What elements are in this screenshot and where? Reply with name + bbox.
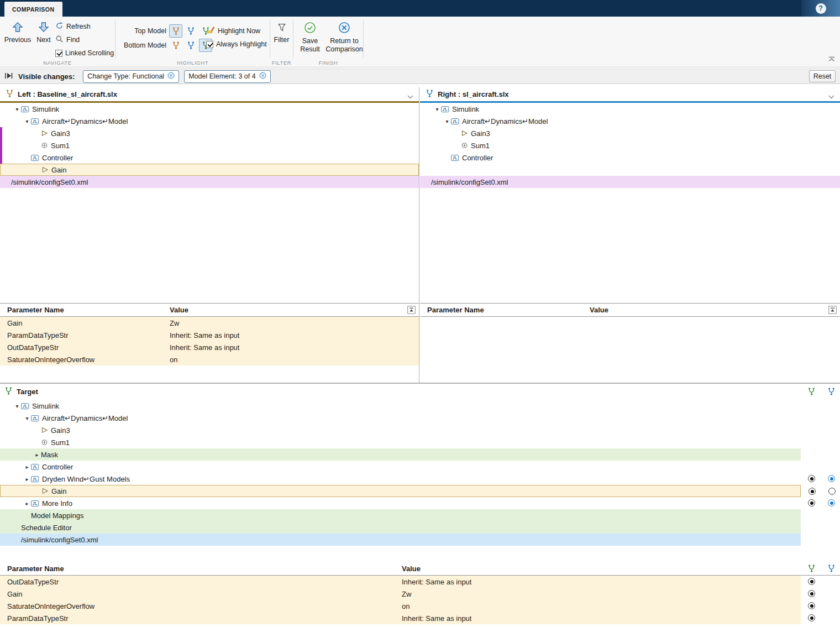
merge-choice-radio-left[interactable] bbox=[808, 614, 815, 621]
subsystem-block-icon bbox=[451, 154, 459, 161]
comparison-panes: Left : Baseline_sl_aircraft.slx ▾Simulin… bbox=[0, 87, 840, 383]
tree-row[interactable]: Gain3 bbox=[0, 127, 419, 139]
remove-filter-icon[interactable] bbox=[259, 72, 266, 81]
tree-row[interactable]: Gain bbox=[0, 164, 419, 176]
merge-choice-radio-left[interactable] bbox=[808, 475, 815, 482]
linked-scrolling-checkbox[interactable]: Linked Scrolling bbox=[55, 48, 114, 58]
finish-section-label: FINISH bbox=[293, 60, 363, 66]
tree-row[interactable]: Sum1 bbox=[0, 139, 419, 151]
chevron-right-icon[interactable]: ▸ bbox=[23, 464, 31, 470]
chevron-down-icon[interactable] bbox=[407, 92, 413, 101]
merge-choice-radio-left[interactable] bbox=[808, 602, 815, 609]
chevron-down-icon[interactable]: ▾ bbox=[433, 106, 441, 112]
merge-choice-radio-left[interactable] bbox=[809, 488, 816, 495]
filter-chip-model-element[interactable]: Model Element: 3 of 4 bbox=[184, 70, 271, 83]
merge-choice-radio-right[interactable] bbox=[828, 475, 835, 482]
tree-row[interactable]: ▾Simulink bbox=[420, 103, 840, 115]
top-model-merge-orange-icon[interactable] bbox=[169, 24, 182, 38]
gain-block-icon bbox=[41, 130, 48, 137]
filter-button[interactable]: Filter bbox=[270, 23, 293, 44]
tree-row[interactable]: ▾Simulink bbox=[0, 103, 419, 115]
tree-row[interactable]: /simulink/configSet0.xml bbox=[0, 176, 419, 188]
tree-row[interactable]: Controller bbox=[0, 151, 419, 164]
chevron-down-icon[interactable]: ▾ bbox=[13, 403, 21, 409]
refresh-button[interactable]: Refresh bbox=[55, 22, 91, 32]
top-model-merge-blue-icon[interactable] bbox=[184, 24, 197, 38]
merge-choice-radio-left[interactable] bbox=[808, 499, 815, 506]
parameter-row[interactable]: ParamDataTypeStrInherit: Same as input bbox=[0, 329, 419, 341]
left-pane-header[interactable]: Left : Baseline_sl_aircraft.slx bbox=[0, 87, 419, 103]
chevron-down-icon[interactable]: ▾ bbox=[23, 118, 31, 124]
merge-source-right-column-icon[interactable] bbox=[827, 387, 836, 398]
previous-button[interactable]: Previous bbox=[3, 22, 32, 44]
tree-row[interactable]: ▸More Info bbox=[0, 497, 801, 509]
parameter-row[interactable]: OutDataTypeStrInherit: Same as input bbox=[0, 341, 419, 353]
tree-row[interactable]: ▸Dryden Wind↵Gust Models bbox=[0, 473, 801, 485]
highlight-section-label: HIGHLIGHT bbox=[116, 60, 270, 66]
chevron-down-icon[interactable]: ▾ bbox=[13, 106, 21, 112]
tree-node-label: Gain3 bbox=[471, 129, 490, 138]
tree-row[interactable]: Sum1 bbox=[420, 139, 840, 151]
merge-source-left-column-icon[interactable] bbox=[807, 564, 816, 574]
save-result-button[interactable]: Save Result bbox=[295, 22, 326, 53]
merge-choice-radio-right[interactable] bbox=[828, 488, 836, 495]
chevron-right-icon[interactable]: ▸ bbox=[23, 476, 31, 482]
gain-block-icon bbox=[41, 166, 49, 173]
chevron-right-icon[interactable]: ▸ bbox=[33, 452, 41, 458]
sum-block-icon bbox=[41, 142, 48, 149]
tree-row[interactable]: ▾Aircraft↵Dynamics↵Model bbox=[0, 115, 419, 127]
tree-row[interactable]: /simulink/configSet0.xml bbox=[420, 176, 840, 188]
chevron-down-icon[interactable] bbox=[828, 92, 834, 101]
return-to-comparison-button[interactable]: Return to Comparison bbox=[327, 22, 362, 53]
chevron-right-icon[interactable]: ▸ bbox=[23, 500, 31, 506]
collapse-ribbon-button[interactable] bbox=[828, 55, 836, 64]
return-label-2: Comparison bbox=[326, 45, 363, 53]
tab-comparison[interactable]: COMPARISON bbox=[4, 2, 62, 17]
merge-source-right-column-icon[interactable] bbox=[827, 564, 836, 574]
remove-filter-icon[interactable] bbox=[167, 72, 175, 81]
tree-row[interactable]: ▾Aircraft↵Dynamics↵Model bbox=[420, 115, 840, 127]
collapse-parameters-icon[interactable] bbox=[828, 306, 837, 316]
reset-button[interactable]: Reset bbox=[809, 70, 836, 82]
filter-funnel-icon bbox=[277, 23, 287, 34]
tree-row[interactable]: Gain3 bbox=[420, 127, 840, 139]
right-pane-header[interactable]: Right : sl_aircraft.slx bbox=[420, 87, 840, 103]
tree-row[interactable]: ▸Controller bbox=[0, 461, 801, 473]
parameter-row[interactable]: OutDataTypeStrInherit: Same as input bbox=[0, 576, 801, 588]
chevron-down-icon[interactable]: ▾ bbox=[443, 118, 451, 124]
refresh-label: Refresh bbox=[66, 23, 91, 30]
merge-source-left-column-icon[interactable] bbox=[807, 387, 816, 398]
chevron-down-icon[interactable]: ▾ bbox=[23, 415, 31, 421]
merge-choice-radio-left[interactable] bbox=[808, 590, 815, 597]
highlight-now-button[interactable]: Highlight Now bbox=[206, 25, 260, 36]
merge-choice-radio-left[interactable] bbox=[808, 578, 815, 585]
parameter-row[interactable]: GainZw bbox=[0, 317, 419, 329]
tree-node-label: More Info bbox=[42, 499, 72, 508]
merge-choice-radio-right[interactable] bbox=[828, 499, 835, 506]
bottom-model-merge-blue-icon[interactable] bbox=[184, 39, 197, 52]
bottom-model-merge-orange-icon[interactable] bbox=[169, 39, 182, 52]
value-header: Value bbox=[170, 304, 188, 316]
tree-row[interactable]: ▾Aircraft↵Dynamics↵Model bbox=[0, 412, 801, 424]
always-highlight-checkbox[interactable]: Always Highlight bbox=[206, 40, 267, 48]
tree-row[interactable]: Schedule Editor bbox=[0, 521, 801, 534]
tree-row[interactable]: Controller bbox=[420, 151, 840, 164]
next-button[interactable]: Next bbox=[33, 22, 54, 44]
parameter-row[interactable]: ParamDataTypeStrInherit: Same as input bbox=[0, 612, 801, 624]
tree-row[interactable]: Model Mappings bbox=[0, 509, 801, 521]
filter-chip-change-type[interactable]: Change Type: Functional bbox=[83, 70, 179, 83]
collapse-parameters-icon[interactable] bbox=[407, 306, 416, 316]
parameter-row[interactable]: SaturateOnIntegerOverflowon bbox=[0, 353, 419, 365]
parameter-row[interactable]: GainZw bbox=[0, 588, 801, 600]
tree-row[interactable]: Gain3 bbox=[0, 424, 801, 436]
find-button[interactable]: Find bbox=[55, 35, 80, 45]
tree-row[interactable]: Gain bbox=[0, 485, 801, 497]
tree-row[interactable]: Sum1 bbox=[0, 436, 801, 448]
change-marker-bar bbox=[0, 127, 2, 139]
help-button[interactable]: ? bbox=[816, 3, 826, 14]
target-parameter-rows: OutDataTypeStrInherit: Same as inputGain… bbox=[0, 576, 840, 624]
tree-row[interactable]: ▾Simulink bbox=[0, 400, 801, 412]
tree-row[interactable]: ▸Mask bbox=[0, 448, 801, 461]
tree-row[interactable]: /simulink/configSet0.xml bbox=[0, 534, 801, 546]
parameter-row[interactable]: SaturateOnIntegerOverflowon bbox=[0, 600, 801, 612]
